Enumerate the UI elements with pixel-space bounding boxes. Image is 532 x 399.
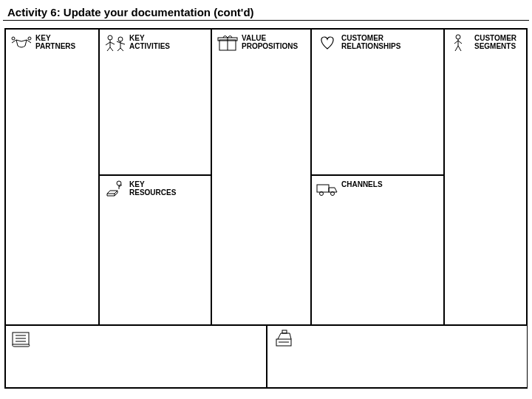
truck-icon	[315, 179, 340, 198]
title-rule	[3, 20, 529, 21]
cell-cost-structure	[5, 325, 267, 388]
svg-point-1	[28, 37, 31, 40]
page-title: Activity 6: Update your documentation (c…	[0, 0, 532, 20]
label-value-propositions: VALUE PROPOSITIONS	[242, 34, 307, 50]
cell-customer-segments: CUSTOMER SEGMENTS	[444, 29, 527, 325]
svg-rect-7	[317, 185, 329, 192]
business-model-canvas: KEY PARTNERS KEY ACTIVITIES KEY RESOURCE…	[4, 28, 528, 389]
person-icon	[448, 33, 473, 52]
resources-icon	[103, 179, 128, 198]
cell-key-activities: KEY ACTIVITIES	[99, 29, 211, 175]
label-key-activities: KEY ACTIVITIES	[129, 34, 208, 50]
svg-point-0	[12, 37, 15, 40]
label-channels: CHANNELS	[341, 180, 440, 188]
svg-point-4	[117, 181, 121, 185]
cell-channels: CHANNELS	[311, 175, 444, 325]
cell-value-propositions: VALUE PROPOSITIONS	[211, 29, 311, 325]
workers-icon	[103, 33, 128, 52]
gift-icon	[215, 33, 240, 52]
cash-register-icon	[270, 329, 296, 348]
cell-key-resources: KEY RESOURCES	[99, 175, 211, 325]
ledger-icon	[9, 329, 34, 348]
cell-key-partners: KEY PARTNERS	[5, 29, 99, 325]
heart-icon	[315, 33, 340, 52]
svg-point-10	[456, 35, 460, 39]
cell-revenue-streams	[267, 325, 528, 388]
handshake-icon	[9, 33, 34, 52]
label-customer-relationships: CUSTOMER RELATIONSHIPS	[341, 34, 440, 50]
cell-customer-relationships: CUSTOMER RELATIONSHIPS	[311, 29, 444, 175]
label-key-partners: KEY PARTNERS	[35, 34, 95, 50]
svg-rect-13	[282, 330, 287, 333]
label-customer-segments: CUSTOMER SEGMENTS	[474, 34, 523, 50]
svg-point-3	[118, 37, 123, 41]
label-key-resources: KEY RESOURCES	[129, 180, 208, 197]
svg-point-2	[108, 35, 112, 40]
